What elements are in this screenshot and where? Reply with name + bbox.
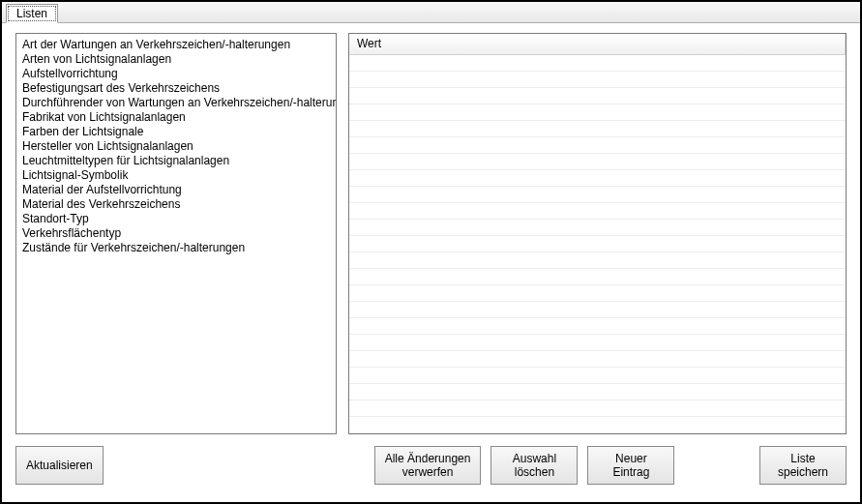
table-row[interactable] <box>349 55 846 72</box>
table-row[interactable] <box>349 137 846 154</box>
tab-listen[interactable]: Listen <box>6 4 58 23</box>
content-area: Art der Wartungen an Verkehrszeichen/-ha… <box>2 23 860 502</box>
list-item[interactable]: Material des Verkehrszeichens <box>18 197 334 212</box>
table-row[interactable] <box>349 368 846 384</box>
discard-changes-button[interactable]: Alle Änderungenverwerfen <box>374 446 482 485</box>
lists-window: Listen Art der Wartungen an Verkehrszeic… <box>0 0 862 504</box>
value-grid[interactable]: Wert <box>348 33 847 434</box>
list-item[interactable]: Zustände für Verkehrszeichen/-halterunge… <box>18 241 334 255</box>
table-row[interactable] <box>349 121 846 137</box>
list-item[interactable]: Fabrikat von Lichtsignalanlagen <box>18 110 334 125</box>
table-row[interactable] <box>349 269 846 285</box>
column-header-wert[interactable]: Wert <box>349 34 846 54</box>
panels: Art der Wartungen an Verkehrszeichen/-ha… <box>15 33 847 434</box>
list-item[interactable]: Hersteller von Lichtsignalanlagen <box>18 139 334 154</box>
spacer <box>684 446 750 485</box>
table-row[interactable] <box>349 252 846 269</box>
save-list-button[interactable]: Listespeichern <box>759 446 847 485</box>
table-row[interactable] <box>349 236 846 252</box>
category-listbox[interactable]: Art der Wartungen an Verkehrszeichen/-ha… <box>15 33 337 434</box>
table-row[interactable] <box>349 203 846 220</box>
table-row[interactable] <box>349 88 846 104</box>
table-row[interactable] <box>349 302 846 318</box>
list-item[interactable]: Lichtsignal-Symbolik <box>18 168 334 183</box>
grid-header: Wert <box>349 34 846 55</box>
table-row[interactable] <box>349 220 846 236</box>
table-row[interactable] <box>349 384 846 400</box>
delete-selection-button[interactable]: Auswahllöschen <box>490 446 578 485</box>
list-item[interactable]: Art der Wartungen an Verkehrszeichen/-ha… <box>18 38 334 52</box>
spacer <box>113 446 365 485</box>
tab-strip: Listen <box>2 2 860 23</box>
list-item[interactable]: Arten von Lichtsignalanlagen <box>18 52 334 67</box>
table-row[interactable] <box>349 285 846 302</box>
table-row[interactable] <box>349 154 846 170</box>
table-row[interactable] <box>349 170 846 187</box>
list-item[interactable]: Leuchtmitteltypen für Lichtsignalanlagen <box>18 154 334 168</box>
list-item[interactable]: Verkehrsflächentyp <box>18 226 334 241</box>
table-row[interactable] <box>349 351 846 368</box>
list-item[interactable]: Standort-Typ <box>18 212 334 226</box>
list-item[interactable]: Aufstellvorrichtung <box>18 67 334 81</box>
new-entry-button[interactable]: NeuerEintrag <box>587 446 674 485</box>
table-row[interactable] <box>349 400 846 417</box>
table-row[interactable] <box>349 318 846 335</box>
refresh-button[interactable]: Aktualisieren <box>15 446 104 485</box>
grid-body <box>349 55 846 433</box>
table-row[interactable] <box>349 104 846 121</box>
table-row[interactable] <box>349 72 846 88</box>
list-item[interactable]: Befestigungsart des Verkehrszeichens <box>18 81 334 96</box>
table-row[interactable] <box>349 187 846 203</box>
list-item[interactable]: Durchführender von Wartungen an Verkehrs… <box>18 96 334 110</box>
list-item[interactable]: Farben der Lichtsignale <box>18 125 334 139</box>
list-item[interactable]: Material der Aufstellvorrichtung <box>18 183 334 197</box>
table-row[interactable] <box>349 335 846 351</box>
button-row: Aktualisieren Alle Änderungenverwerfen A… <box>15 434 847 496</box>
table-row[interactable] <box>349 417 846 433</box>
